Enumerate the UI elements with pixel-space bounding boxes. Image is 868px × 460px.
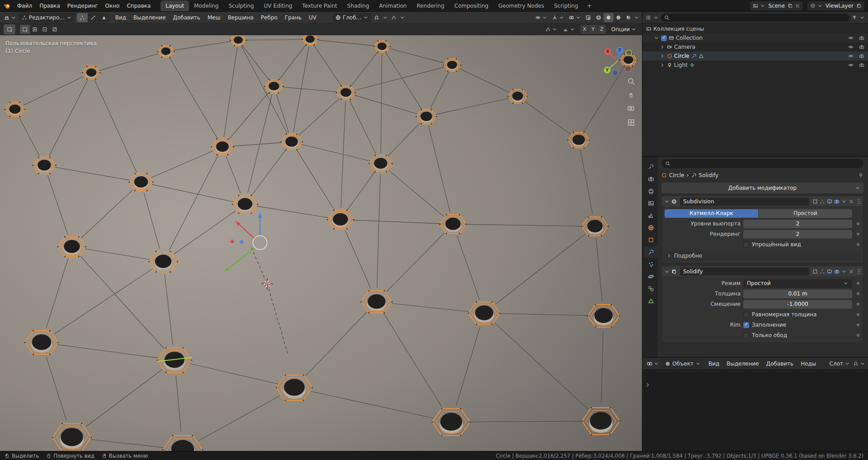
breadcrumb-modifier[interactable]: Solidify bbox=[699, 172, 719, 178]
render-toggle-icon[interactable] bbox=[834, 269, 840, 274]
viewlayer-icon[interactable] bbox=[810, 3, 816, 9]
solidify-panel-header[interactable]: Solidify bbox=[662, 266, 863, 277]
mirror-y-toggle[interactable]: Y bbox=[589, 25, 597, 34]
render-toggle-icon[interactable] bbox=[834, 199, 840, 204]
viewport-3d[interactable]: Редактиро... ВидВыделениеДобавитьМешВерш… bbox=[0, 12, 642, 451]
tab-object[interactable] bbox=[644, 235, 658, 245]
gizmos-dropdown[interactable] bbox=[550, 14, 566, 22]
scene-selector[interactable]: Scene bbox=[750, 1, 803, 10]
animate-dot-icon[interactable] bbox=[855, 322, 861, 328]
outliner-item[interactable]: Light bbox=[642, 61, 868, 70]
tab-modifiers[interactable] bbox=[644, 247, 658, 258]
animate-dot-icon[interactable] bbox=[855, 221, 861, 226]
viewport-menu-item[interactable]: Вид bbox=[112, 13, 130, 22]
viewport-levels-field[interactable]: 2 bbox=[743, 220, 852, 228]
select-subtract-button[interactable] bbox=[40, 25, 50, 34]
edge-select-mode[interactable] bbox=[88, 13, 99, 22]
modifier-name-field[interactable]: Solidify bbox=[680, 268, 809, 276]
tab-physics[interactable] bbox=[644, 271, 658, 282]
tab-render[interactable] bbox=[644, 174, 658, 184]
blender-logo-icon[interactable] bbox=[4, 2, 11, 9]
workspace-tab[interactable]: Scripting bbox=[549, 0, 583, 11]
new-scene-icon[interactable] bbox=[788, 3, 793, 9]
viewport-menu-item[interactable]: UV bbox=[305, 13, 320, 22]
options-dropdown[interactable]: Опции bbox=[609, 25, 638, 34]
on-cage-toggle-icon[interactable] bbox=[812, 199, 818, 204]
viewlayer-selector[interactable]: ViewLayer bbox=[807, 1, 864, 10]
outliner-item[interactable]: Collection bbox=[642, 33, 868, 42]
overlays-dropdown[interactable] bbox=[567, 14, 583, 22]
animate-dot-icon[interactable] bbox=[855, 333, 861, 338]
snap-settings-dropdown[interactable] bbox=[382, 14, 388, 22]
outliner-search-input[interactable] bbox=[672, 14, 846, 21]
shader-menu-item[interactable]: Вид bbox=[705, 359, 723, 368]
select-extend-button[interactable] bbox=[30, 25, 40, 34]
workspace-tab[interactable]: Modeling bbox=[189, 0, 224, 11]
rendered-shading-button[interactable] bbox=[623, 13, 633, 22]
mode-dropdown[interactable]: Редактиро... bbox=[19, 13, 75, 22]
topbar-menu-item[interactable]: Правка bbox=[36, 1, 64, 10]
on-cage-toggle-icon[interactable] bbox=[812, 269, 818, 274]
even-thickness-checkbox[interactable] bbox=[743, 312, 749, 318]
snap-toggle[interactable] bbox=[372, 14, 381, 22]
scene-name[interactable]: Scene bbox=[767, 3, 786, 9]
tab-object-data[interactable] bbox=[644, 296, 658, 306]
xray-toggle[interactable] bbox=[584, 14, 593, 22]
edit-mode-toggle-icon[interactable] bbox=[820, 269, 825, 274]
viewlayer-name[interactable]: ViewLayer bbox=[825, 3, 854, 9]
delete-modifier-icon[interactable] bbox=[849, 269, 854, 274]
realtime-toggle-icon[interactable] bbox=[827, 199, 832, 204]
new-viewlayer-icon[interactable] bbox=[856, 3, 862, 9]
viewport-canvas[interactable]: XZY bbox=[0, 35, 642, 451]
select-new-button[interactable] bbox=[20, 25, 30, 34]
viewport-menu-item[interactable]: Вершина bbox=[224, 13, 257, 22]
add-modifier-button[interactable]: Добавить модификатор bbox=[661, 183, 863, 193]
shader-editor-canvas[interactable] bbox=[642, 370, 868, 451]
solid-shading-button[interactable] bbox=[604, 13, 613, 22]
tab-tool[interactable] bbox=[644, 161, 658, 172]
viewport-menu-item[interactable]: Грань bbox=[281, 13, 305, 22]
scene-browse-icon[interactable] bbox=[753, 3, 758, 9]
shading-settings-dropdown[interactable] bbox=[633, 14, 640, 22]
tab-viewlayer[interactable] bbox=[644, 198, 658, 209]
viewport-menu-item[interactable]: Меш bbox=[204, 13, 224, 22]
shader-menu-item[interactable]: Ноды bbox=[797, 359, 820, 368]
face-select-mode[interactable] bbox=[99, 13, 109, 22]
modifier-extras-icon[interactable] bbox=[841, 199, 847, 204]
properties-search[interactable] bbox=[661, 159, 863, 168]
animate-dot-icon[interactable] bbox=[855, 301, 861, 307]
workspace-tab[interactable]: Sculpting bbox=[224, 0, 259, 11]
panel-expand-icon[interactable] bbox=[664, 199, 670, 204]
proportional-edit-toggle[interactable] bbox=[389, 14, 398, 22]
workspace-tab[interactable]: Geometry Nodes bbox=[493, 0, 549, 11]
unlink-scene-icon[interactable] bbox=[795, 3, 800, 9]
topbar-menu-item[interactable]: Рендеринг bbox=[64, 1, 102, 10]
tab-output[interactable] bbox=[644, 186, 658, 197]
open-toolbar-icon[interactable] bbox=[645, 382, 651, 388]
animate-dot-icon[interactable] bbox=[855, 231, 861, 237]
chevron-down-icon[interactable] bbox=[859, 15, 865, 20]
magnet-icon[interactable] bbox=[853, 361, 859, 366]
shader-type-dropdown[interactable]: Объект bbox=[662, 359, 703, 368]
thickness-field[interactable]: 0.01 m bbox=[743, 290, 852, 298]
outliner-root-row[interactable]: Коллекция сцены bbox=[642, 24, 868, 33]
viewport-menu-item[interactable]: Ребро bbox=[257, 13, 281, 22]
chevron-down-icon[interactable] bbox=[653, 15, 659, 20]
falloff-dropdown[interactable] bbox=[543, 25, 559, 33]
panel-expand-icon[interactable] bbox=[664, 269, 670, 274]
tab-world[interactable] bbox=[644, 222, 658, 233]
proportional-settings-dropdown[interactable] bbox=[399, 14, 406, 22]
tab-scene[interactable] bbox=[644, 210, 658, 221]
workspace-tab[interactable]: UV Editing bbox=[259, 0, 297, 11]
pin-icon[interactable] bbox=[858, 173, 863, 178]
material-shading-button[interactable] bbox=[613, 13, 623, 22]
workspace-tab[interactable]: Texture Paint bbox=[297, 0, 342, 11]
wireframe-shading-button[interactable] bbox=[594, 13, 604, 22]
chevron-down-icon[interactable] bbox=[860, 361, 865, 366]
shader-menu-item[interactable]: Выделение bbox=[723, 359, 762, 368]
animate-dot-icon[interactable] bbox=[855, 312, 861, 317]
orientation-dropdown[interactable]: Глоб... bbox=[333, 13, 371, 22]
properties-search-input[interactable] bbox=[673, 160, 860, 167]
filter-funnel-icon[interactable] bbox=[852, 15, 857, 20]
simple-button[interactable]: Простой bbox=[759, 209, 852, 218]
